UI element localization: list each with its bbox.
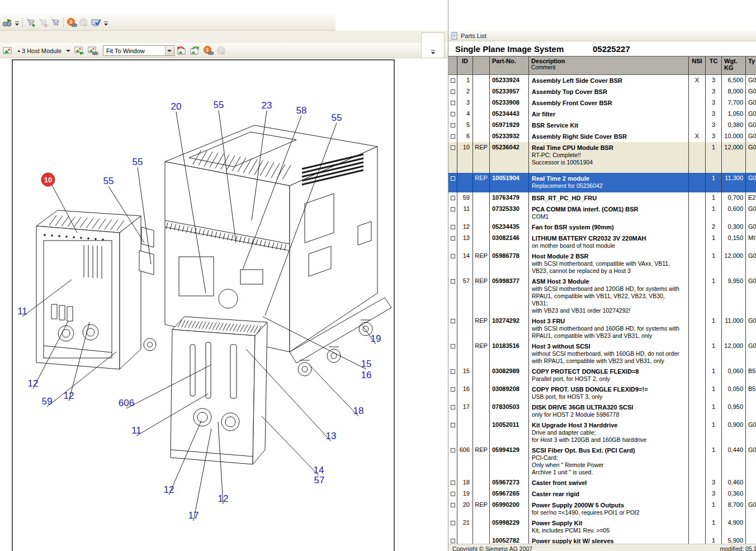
table-row[interactable]: 20REP05990200Power Supply 2000W 5 Output… — [448, 500, 756, 517]
table-row[interactable]: 1805967273Caster front swivel30,460 — [448, 477, 756, 488]
table-row[interactable]: 1603089208COPY PROT. USB DONGLE FLEXID9=… — [448, 384, 756, 402]
diagram-callout-23[interactable]: 23 — [262, 100, 272, 111]
table-row[interactable]: 2105998229Power Supply KitKit, includes … — [448, 517, 756, 535]
sheet-selector-dropdown[interactable] — [64, 45, 73, 56]
row-checkbox[interactable] — [451, 344, 455, 349]
view-cart-button[interactable] — [49, 17, 62, 29]
sheet-button[interactable] — [2, 45, 14, 57]
table-row[interactable]: 1205234435Fan for BSR system (90mm)20,30… — [448, 222, 756, 233]
row-checkbox[interactable] — [451, 207, 455, 211]
diagram-callout-11[interactable]: 11 — [17, 306, 27, 317]
table-row[interactable]: 10REP05236042Real Time CPU Module BSRRT-… — [448, 142, 756, 173]
row-checkbox[interactable] — [451, 90, 455, 94]
row-checkbox[interactable] — [451, 145, 455, 150]
diagram-callout-59[interactable]: 59 — [42, 396, 53, 407]
diagram-callout-55[interactable]: 55 — [332, 112, 342, 123]
diagram-callout-10[interactable]: 10 — [44, 176, 52, 184]
table-row[interactable]: 14REP05986778Host Module 2 BSRwith SCSI … — [448, 251, 756, 276]
column-tc[interactable]: TC — [706, 56, 722, 74]
column-description[interactable]: Description Comment — [529, 56, 689, 74]
table-row[interactable]: REP10183516Host 3 without SCSIwithout SC… — [448, 341, 756, 366]
table-row[interactable]: 205233957Assembly Top Cover BSR38,000G0 — [448, 86, 756, 97]
row-checkbox[interactable] — [451, 254, 455, 258]
table-row[interactable]: 1707830503DISK DRIVE 36GB ULTRA320 SCSIo… — [448, 402, 756, 420]
table-row[interactable]: 10052011Kit Upgrade Host 3 HarddriveDriv… — [448, 420, 756, 445]
add-to-cart-button[interactable] — [25, 17, 37, 29]
diagram-callout-11[interactable]: 11 — [131, 425, 141, 436]
row-checkbox[interactable] — [451, 481, 455, 485]
diagram-callout-19[interactable]: 19 — [371, 333, 381, 344]
table-row[interactable]: 605233932Assembly Right Side Cover BSRX3… — [448, 131, 756, 142]
row-checkbox[interactable] — [451, 112, 455, 116]
diagram-callout-55[interactable]: 55 — [103, 176, 114, 186]
row-checkbox[interactable] — [451, 196, 455, 200]
diagram-callout-58[interactable]: 58 — [296, 105, 307, 116]
table-row[interactable]: 1303082146LITHIUM BATTERY CR2032 3V 220M… — [448, 233, 756, 251]
find-image-button[interactable] — [87, 45, 100, 57]
table-row[interactable]: 505971929BSR Service Kit30,380G0 — [448, 120, 756, 131]
table-row[interactable]: REP10274292Host 3 FRUwith SCSI motherboa… — [448, 315, 756, 341]
rotate-right-button[interactable] — [189, 45, 201, 57]
table-row[interactable]: 1503082989COPY PROTECT DONGLE FLEXID=8Pa… — [448, 366, 756, 384]
diagram-callout-16[interactable]: 16 — [361, 370, 372, 380]
diagram-callout-14[interactable]: 14 — [314, 465, 324, 475]
table-row[interactable]: 57REP05998377ASM Host 3 Modulewith SCSI … — [448, 276, 756, 315]
rotate-left-button[interactable] — [176, 45, 188, 57]
row-checkbox[interactable] — [451, 319, 455, 323]
diagram-callout-12[interactable]: 12 — [64, 390, 74, 401]
row-checkbox[interactable] — [451, 236, 455, 241]
toolbar-overflow-panel[interactable] — [421, 32, 445, 58]
diagram-callout-606[interactable]: 606 — [119, 398, 134, 408]
diagram-callout-57[interactable]: 57 — [314, 475, 325, 486]
row-checkbox[interactable] — [451, 78, 455, 83]
row-checkbox[interactable] — [451, 492, 455, 496]
row-checkbox[interactable] — [451, 423, 455, 427]
column-part-no[interactable]: Part-No. — [490, 56, 529, 74]
row-checkbox[interactable] — [451, 448, 455, 453]
diagram-callout-13[interactable]: 13 — [326, 431, 337, 441]
row-checkbox[interactable] — [451, 225, 455, 229]
row-checkbox[interactable] — [451, 539, 455, 543]
table-row[interactable]: REP10051904Real Time 2 moduleReplacement… — [448, 173, 756, 192]
zoom-selector[interactable]: Fit To Window — [103, 45, 174, 56]
row-checkbox[interactable] — [451, 369, 455, 374]
table-row[interactable]: 606REP05994129SCSI Fiber Opt. Bus Ext. (… — [448, 445, 756, 477]
hotspot-find-button[interactable]: 1 — [202, 45, 215, 57]
hotspot-info-button[interactable] — [216, 45, 228, 57]
diagram-callout-12[interactable]: 12 — [164, 484, 174, 495]
row-checkbox[interactable] — [451, 387, 455, 392]
table-row[interactable]: 405234443Air filter31,050G0 — [448, 109, 756, 120]
table-row[interactable]: 1905967265Caster rear rigid30,360 — [448, 488, 756, 500]
table-row[interactable]: 305233908Assembly Front Cover BSR37,700G… — [448, 97, 756, 109]
row-checkbox[interactable] — [451, 101, 455, 105]
column-nsi[interactable]: NSI — [689, 56, 706, 74]
zoom-selector-dropdown[interactable] — [165, 46, 174, 55]
validate-button[interactable] — [90, 17, 102, 29]
row-checkbox[interactable] — [451, 503, 455, 507]
diagram-callout-15[interactable]: 15 — [361, 359, 372, 369]
diagram-callout-18[interactable]: 18 — [353, 406, 364, 416]
row-checkbox[interactable] — [451, 279, 455, 284]
sheet-selector[interactable]: ▪ 3 Host Module — [15, 48, 63, 54]
row-checkbox[interactable] — [451, 405, 455, 409]
diagram-callout-12[interactable]: 12 — [28, 378, 39, 389]
diagram-callout-20[interactable]: 20 — [171, 101, 182, 112]
find-info-button[interactable]: 1 — [65, 17, 78, 29]
find-parts-button[interactable] — [1, 17, 13, 29]
column-id[interactable]: ID — [457, 56, 473, 74]
forward-info-button[interactable] — [78, 17, 90, 29]
goto-image-button[interactable] — [74, 45, 86, 57]
diagram-callout-12[interactable]: 12 — [218, 493, 229, 504]
table-row[interactable]: 1107325330PCA COMM DMA interf. (COM1) BS… — [448, 204, 756, 222]
diagram-callout-17[interactable]: 17 — [188, 510, 199, 521]
diagram-callout-55[interactable]: 55 — [214, 100, 224, 110]
remove-from-cart-button[interactable] — [37, 17, 49, 29]
toolbar-overflow-icon[interactable] — [13, 17, 21, 29]
column-type[interactable]: Ty — [746, 56, 756, 74]
row-checkbox[interactable] — [451, 123, 455, 128]
table-row[interactable]: 105233924Assembly Left Side Cover BSRX36… — [448, 75, 756, 86]
column-wgt[interactable]: Wgt. KG — [722, 56, 746, 74]
diagram-callout-55[interactable]: 55 — [133, 157, 143, 167]
toolbar-overflow-icon[interactable] — [102, 17, 110, 29]
diagram-canvas[interactable]: 2055235855555510111259126061112171213145… — [0, 58, 448, 551]
